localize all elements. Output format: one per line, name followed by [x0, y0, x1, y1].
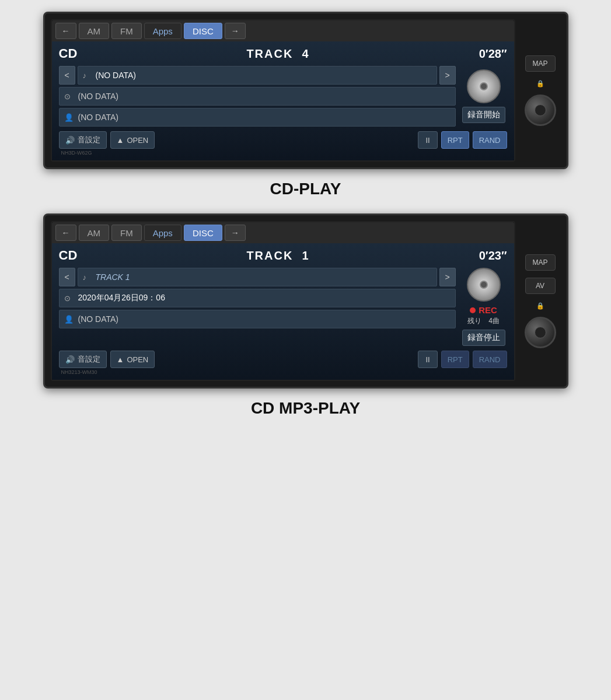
tab-fm-1[interactable]: FM: [111, 23, 142, 39]
bottom-controls-2: 🔊 音設定 ▲ OPEN II RPT RAND: [59, 351, 507, 368]
tab-disc-2[interactable]: DISC: [184, 225, 222, 241]
rand-btn-2[interactable]: RAND: [473, 351, 507, 368]
row1-fwd-btn-2[interactable]: >: [439, 268, 456, 286]
volume-knob-1[interactable]: [525, 94, 556, 126]
open-icon-1: ▲: [117, 136, 124, 145]
tab-disc-1[interactable]: DISC: [184, 23, 222, 39]
model-label-2: NH3213-WM30: [61, 369, 507, 375]
track-row-1-main-2: ♪ TRACK 1: [78, 268, 437, 286]
track-info-1: TRACK 4: [246, 47, 309, 61]
disc-icon-1: [467, 69, 501, 103]
knob-inner-2: [535, 327, 546, 338]
track-list-col-2: < ♪ TRACK 1 > ⊙ 2020年04月26日09：06: [59, 268, 456, 346]
sound-btn-2[interactable]: 🔊 音設定: [59, 351, 107, 368]
track-row-2-1: ⊙ (NO DATA): [59, 87, 456, 106]
tab-apps-1[interactable]: Apps: [144, 23, 181, 39]
track-list-col-1: < ♪ (NO DATA) > ⊙ (NO DATA): [59, 66, 456, 127]
row2-icon-1: ⊙: [64, 92, 74, 101]
knob-inner-1: [535, 104, 546, 116]
track-info-2: TRACK 1: [246, 249, 309, 262]
track-rows-2: < ♪ TRACK 1 > ⊙ 2020年04月26日09：06: [59, 268, 507, 346]
disc-inner-1: [480, 82, 488, 90]
open-btn-2[interactable]: ▲ OPEN: [110, 351, 155, 368]
volume-knob-2[interactable]: [525, 317, 556, 348]
right-buttons-2: MAP AV 🔒: [520, 254, 561, 348]
av-btn-2[interactable]: AV: [525, 278, 556, 294]
cd-label-2: CD: [59, 248, 78, 263]
track-rows-1: < ♪ (NO DATA) > ⊙ (NO DATA): [59, 66, 507, 127]
rpt-btn-2[interactable]: RPT: [441, 351, 469, 368]
pause-btn-1[interactable]: II: [418, 131, 437, 149]
nav-back-2[interactable]: ←: [55, 225, 76, 241]
main-content-1: CD TRACK 4 0′28″ < ♪ (NO DATA): [52, 41, 514, 160]
track-row-2-2: ⊙ 2020年04月26日09：06: [59, 289, 456, 307]
tab-am-1[interactable]: AM: [79, 23, 110, 39]
bottom-controls-1: 🔊 音設定 ▲ OPEN II RPT RAND: [59, 131, 507, 149]
track-row-1-with-nav: < ♪ (NO DATA) >: [59, 66, 456, 85]
row2-icon-2: ⊙: [64, 294, 74, 303]
rand-btn-1[interactable]: RAND: [473, 131, 507, 149]
row1-back-btn-1[interactable]: <: [59, 66, 75, 85]
rpt-btn-1[interactable]: RPT: [441, 131, 469, 149]
nav-forward-1[interactable]: →: [225, 23, 246, 39]
row2-text-2: 2020年04月26日09：06: [78, 293, 451, 303]
track-row-1-main: ♪ (NO DATA): [78, 66, 437, 85]
row3-text-1: (NO DATA): [78, 113, 451, 122]
row1-fwd-btn-1[interactable]: >: [439, 66, 456, 85]
main-content-2: CD TRACK 1 0′23″ < ♪ TRACK 1: [52, 243, 514, 380]
section-label-1: CD-PLAY: [270, 180, 341, 198]
nav-bar-2: ← AM FM Apps DISC →: [52, 222, 514, 243]
lock-icon-1: 🔒: [536, 80, 544, 88]
section-label-2: CD MP3-PLAY: [251, 399, 360, 418]
nav-back-1[interactable]: ←: [55, 23, 76, 39]
map-btn-2[interactable]: MAP: [525, 254, 556, 271]
cd-label-1: CD: [59, 46, 78, 61]
row1-icon-2: ♪: [83, 273, 92, 282]
track-row-3-1: 👤 (NO DATA): [59, 108, 456, 127]
rec-label-2: REC: [470, 305, 497, 315]
screen-area-1: ← AM FM Apps DISC → CD TRACK 4 0′28″: [51, 19, 515, 162]
tab-am-2[interactable]: AM: [79, 225, 110, 241]
open-icon-2: ▲: [117, 355, 124, 364]
rec-dot-2: [470, 307, 476, 313]
stereo-unit-1: ← AM FM Apps DISC → CD TRACK 4 0′28″: [43, 12, 568, 169]
top-row-2: CD TRACK 1 0′23″: [59, 248, 507, 263]
disc-inner-2: [480, 281, 488, 289]
row2-text-1: (NO DATA): [78, 92, 451, 101]
sound-icon-2: 🔊: [65, 355, 75, 364]
pause-btn-2[interactable]: II: [418, 351, 437, 368]
open-btn-1[interactable]: ▲ OPEN: [110, 131, 155, 149]
time-info-2: 0′23″: [479, 249, 507, 262]
lock-icon-2: 🔒: [536, 302, 544, 310]
tab-apps-2[interactable]: Apps: [144, 225, 181, 241]
right-buttons-1: MAP 🔒: [520, 55, 561, 126]
map-btn-1[interactable]: MAP: [525, 55, 556, 72]
rec-button-1[interactable]: 録音開始: [462, 107, 505, 123]
screen-area-2: ← AM FM Apps DISC → CD TRACK 1 0′23″: [51, 221, 515, 381]
sound-icon-1: 🔊: [65, 136, 75, 145]
rec-info-2: REC 残り 4曲: [467, 305, 500, 326]
tab-fm-2[interactable]: FM: [111, 225, 142, 241]
row1-text-2: TRACK 1: [96, 272, 432, 282]
top-row-1: CD TRACK 4 0′28″: [59, 46, 507, 61]
row1-text-1: (NO DATA): [96, 71, 432, 80]
right-col-1: 録音開始: [460, 66, 507, 127]
track-row-1-with-nav-2: < ♪ TRACK 1 >: [59, 268, 456, 286]
disc-icon-2: [467, 268, 501, 302]
track-row-3-2: 👤 (NO DATA): [59, 310, 456, 328]
row1-icon-1: ♪: [83, 71, 92, 80]
rec-remaining-2: 残り 4曲: [467, 316, 500, 326]
row3-icon-2: 👤: [64, 315, 74, 324]
stereo-unit-2: ← AM FM Apps DISC → CD TRACK 1 0′23″: [43, 214, 568, 388]
time-info-1: 0′28″: [479, 47, 507, 61]
rec-button-2[interactable]: 録音停止: [462, 330, 505, 346]
model-label-1: NH3D-W62G: [61, 150, 507, 156]
sound-btn-1[interactable]: 🔊 音設定: [59, 131, 107, 149]
nav-forward-2[interactable]: →: [225, 225, 246, 241]
row3-text-2: (NO DATA): [78, 314, 451, 324]
rec-text-2: REC: [479, 305, 497, 315]
nav-bar-1: ← AM FM Apps DISC →: [52, 20, 514, 41]
right-col-2: REC 残り 4曲 録音停止: [460, 268, 507, 346]
row1-back-btn-2[interactable]: <: [59, 268, 75, 286]
row3-icon-1: 👤: [64, 113, 74, 122]
